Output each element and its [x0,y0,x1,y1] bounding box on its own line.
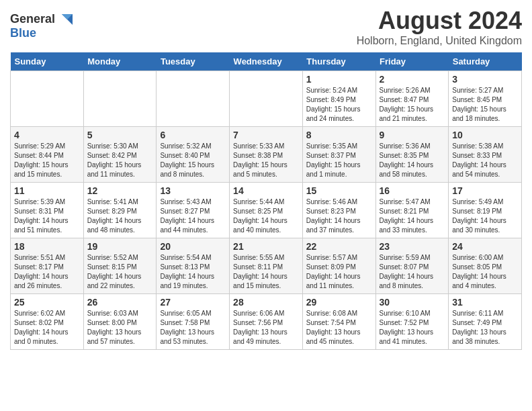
location-subtitle: Holborn, England, United Kingdom [357,35,522,47]
day-number: 9 [380,130,445,140]
day-info: Sunrise: 5:26 AM Sunset: 8:47 PM Dayligh… [380,86,445,124]
day-info: Sunrise: 5:52 AM Sunset: 8:15 PM Dayligh… [87,253,153,291]
calendar-cell: 9Sunrise: 5:36 AM Sunset: 8:35 PM Daylig… [375,127,449,183]
day-info: Sunrise: 5:41 AM Sunset: 8:29 PM Dayligh… [87,197,153,235]
calendar-cell: 10Sunrise: 5:38 AM Sunset: 8:33 PM Dayli… [449,127,522,183]
calendar-cell: 22Sunrise: 5:57 AM Sunset: 8:09 PM Dayli… [302,238,375,294]
weekday-header-monday: Monday [83,52,157,71]
calendar-cell: 15Sunrise: 5:46 AM Sunset: 8:23 PM Dayli… [302,183,375,238]
calendar-cell: 2Sunrise: 5:26 AM Sunset: 8:47 PM Daylig… [375,71,449,127]
calendar-cell: 28Sunrise: 6:06 AM Sunset: 7:56 PM Dayli… [230,294,303,350]
day-number: 5 [87,130,153,140]
day-info: Sunrise: 5:43 AM Sunset: 8:27 PM Dayligh… [160,197,226,235]
calendar-cell: 27Sunrise: 6:05 AM Sunset: 7:58 PM Dayli… [157,294,230,350]
calendar-cell: 5Sunrise: 5:30 AM Sunset: 8:42 PM Daylig… [83,127,157,183]
calendar-cell [157,71,230,127]
calendar-cell: 20Sunrise: 5:54 AM Sunset: 8:13 PM Dayli… [157,238,230,294]
calendar-cell: 21Sunrise: 5:55 AM Sunset: 8:11 PM Dayli… [230,238,303,294]
day-number: 30 [380,297,445,308]
day-info: Sunrise: 5:35 AM Sunset: 8:37 PM Dayligh… [306,142,372,179]
month-year-title: August 2024 [357,7,522,35]
week-row-2: 4Sunrise: 5:29 AM Sunset: 8:44 PM Daylig… [11,127,522,183]
calendar-cell: 16Sunrise: 5:47 AM Sunset: 8:21 PM Dayli… [375,183,449,238]
calendar-cell [11,71,84,127]
calendar-cell [230,71,303,127]
calendar-table: SundayMondayTuesdayWednesdayThursdayFrid… [10,52,522,350]
day-info: Sunrise: 6:02 AM Sunset: 8:02 PM Dayligh… [14,309,80,347]
calendar-cell: 4Sunrise: 5:29 AM Sunset: 8:44 PM Daylig… [11,127,84,183]
day-number: 23 [380,241,445,252]
day-info: Sunrise: 5:51 AM Sunset: 8:17 PM Dayligh… [14,253,80,291]
day-number: 14 [233,185,299,196]
logo-general-text: General [10,12,55,26]
week-row-5: 25Sunrise: 6:02 AM Sunset: 8:02 PM Dayli… [11,294,522,350]
day-number: 18 [14,241,80,252]
day-info: Sunrise: 5:33 AM Sunset: 8:38 PM Dayligh… [233,142,299,179]
day-info: Sunrise: 6:10 AM Sunset: 7:52 PM Dayligh… [380,309,445,347]
calendar-cell: 23Sunrise: 5:59 AM Sunset: 8:07 PM Dayli… [375,238,449,294]
day-info: Sunrise: 5:36 AM Sunset: 8:35 PM Dayligh… [380,142,445,179]
calendar-cell: 6Sunrise: 5:32 AM Sunset: 8:40 PM Daylig… [157,127,230,183]
calendar-cell: 31Sunrise: 6:11 AM Sunset: 7:49 PM Dayli… [449,294,522,350]
day-info: Sunrise: 5:38 AM Sunset: 8:33 PM Dayligh… [452,142,518,179]
day-info: Sunrise: 5:59 AM Sunset: 8:07 PM Dayligh… [380,253,445,291]
day-number: 8 [306,130,372,140]
day-number: 22 [306,241,372,252]
day-number: 15 [306,185,372,196]
day-info: Sunrise: 6:08 AM Sunset: 7:54 PM Dayligh… [306,309,372,347]
day-number: 31 [452,297,518,308]
calendar-cell: 1Sunrise: 5:24 AM Sunset: 8:49 PM Daylig… [302,71,375,127]
day-info: Sunrise: 5:46 AM Sunset: 8:23 PM Dayligh… [306,197,372,235]
day-number: 27 [160,297,226,308]
calendar-cell: 17Sunrise: 5:49 AM Sunset: 8:19 PM Dayli… [449,183,522,238]
day-info: Sunrise: 5:57 AM Sunset: 8:09 PM Dayligh… [306,253,372,291]
day-info: Sunrise: 5:32 AM Sunset: 8:40 PM Dayligh… [160,142,226,179]
weekday-header-thursday: Thursday [302,52,375,71]
calendar-cell: 12Sunrise: 5:41 AM Sunset: 8:29 PM Dayli… [83,183,157,238]
calendar-cell: 30Sunrise: 6:10 AM Sunset: 7:52 PM Dayli… [375,294,449,350]
weekday-header-sunday: Sunday [11,52,84,71]
calendar-cell: 7Sunrise: 5:33 AM Sunset: 8:38 PM Daylig… [230,127,303,183]
logo: General Blue [10,7,73,40]
week-row-4: 18Sunrise: 5:51 AM Sunset: 8:17 PM Dayli… [11,238,522,294]
day-number: 20 [160,241,226,252]
calendar-cell: 11Sunrise: 5:39 AM Sunset: 8:31 PM Dayli… [11,183,84,238]
day-info: Sunrise: 5:27 AM Sunset: 8:45 PM Dayligh… [452,86,518,124]
day-number: 2 [380,74,445,85]
day-number: 1 [306,74,372,85]
weekday-header-row: SundayMondayTuesdayWednesdayThursdayFrid… [11,52,522,71]
day-info: Sunrise: 6:06 AM Sunset: 7:56 PM Dayligh… [233,309,299,347]
header: General Blue August 2024 Holborn, Englan… [10,7,522,47]
day-number: 25 [14,297,80,308]
day-number: 4 [14,130,80,140]
day-number: 13 [160,185,226,196]
day-info: Sunrise: 5:49 AM Sunset: 8:19 PM Dayligh… [452,197,518,235]
day-info: Sunrise: 5:55 AM Sunset: 8:11 PM Dayligh… [233,253,299,291]
day-info: Sunrise: 6:00 AM Sunset: 8:05 PM Dayligh… [452,253,518,291]
calendar-cell: 14Sunrise: 5:44 AM Sunset: 8:25 PM Dayli… [230,183,303,238]
title-area: August 2024 Holborn, England, United Kin… [357,7,522,47]
day-info: Sunrise: 5:39 AM Sunset: 8:31 PM Dayligh… [14,197,80,235]
day-info: Sunrise: 6:11 AM Sunset: 7:49 PM Dayligh… [452,309,518,347]
day-info: Sunrise: 5:44 AM Sunset: 8:25 PM Dayligh… [233,197,299,235]
weekday-header-friday: Friday [375,52,449,71]
day-number: 7 [233,130,299,140]
day-number: 17 [452,185,518,196]
day-info: Sunrise: 5:29 AM Sunset: 8:44 PM Dayligh… [14,142,80,179]
day-number: 11 [14,185,80,196]
calendar-cell: 24Sunrise: 6:00 AM Sunset: 8:05 PM Dayli… [449,238,522,294]
day-info: Sunrise: 6:03 AM Sunset: 8:00 PM Dayligh… [87,309,153,347]
logo-icon [56,14,73,25]
logo-blue-text: Blue [10,26,36,40]
day-number: 28 [233,297,299,308]
calendar-cell: 29Sunrise: 6:08 AM Sunset: 7:54 PM Dayli… [302,294,375,350]
day-number: 3 [452,74,518,85]
day-info: Sunrise: 5:24 AM Sunset: 8:49 PM Dayligh… [306,86,372,124]
day-number: 29 [306,297,372,308]
calendar-cell: 13Sunrise: 5:43 AM Sunset: 8:27 PM Dayli… [157,183,230,238]
calendar-cell: 26Sunrise: 6:03 AM Sunset: 8:00 PM Dayli… [83,294,157,350]
day-number: 12 [87,185,153,196]
calendar-cell: 18Sunrise: 5:51 AM Sunset: 8:17 PM Dayli… [11,238,84,294]
calendar-cell: 25Sunrise: 6:02 AM Sunset: 8:02 PM Dayli… [11,294,84,350]
day-number: 26 [87,297,153,308]
